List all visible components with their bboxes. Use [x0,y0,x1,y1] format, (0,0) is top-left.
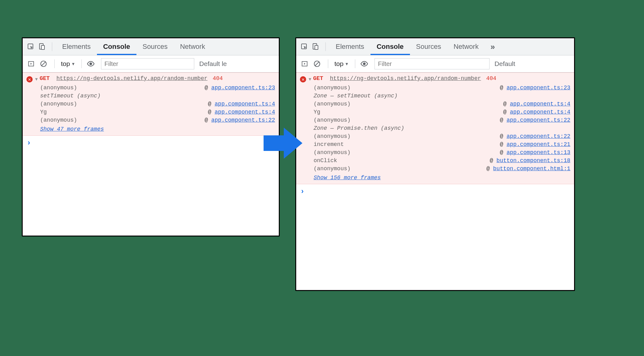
disclosure-icon[interactable]: ▼ [35,77,38,82]
source-link[interactable]: app.component.ts:21 [507,141,570,148]
frame-location: @ app.component.ts:4 [208,109,275,115]
show-more-frames[interactable]: Show 156 more frames [314,175,381,181]
more-tabs-icon[interactable]: » [485,42,497,52]
chevron-down-icon: ▼ [71,62,75,66]
eye-icon[interactable] [359,59,370,69]
frame-function: (anonymous) [314,101,351,107]
clear-console-icon[interactable] [38,59,49,69]
filter-bar: top ▼ Default [296,55,574,73]
clear-console-icon[interactable] [312,59,322,69]
log-levels[interactable]: Default [493,60,515,68]
console-output: ✕ ▼ GET https://ng-devtools.netlify.app/… [23,73,279,236]
stack-frame: (anonymous)@ app.component.ts:23 [314,84,570,92]
error-message: ✕ ▼ GET https://ng-devtools.netlify.app/… [296,73,574,184]
source-link[interactable]: app.component.ts:4 [510,109,570,115]
filter-input[interactable] [101,58,194,69]
frame-location: @ app.component.ts:4 [503,101,570,107]
tab-elements[interactable]: Elements [56,38,97,55]
error-icon: ✕ [300,76,306,82]
svg-point-13 [363,63,366,65]
frame-function: increment [314,141,344,148]
frame-function: (anonymous) [40,101,77,107]
source-link[interactable]: button.component.ts:18 [496,157,570,164]
request-url[interactable]: https://ng-devtools.netlify.app/random-n… [330,75,481,82]
tab-bar: Elements Console Sources Network » [296,38,574,55]
frame-function: (anonymous) [314,166,351,172]
tab-sources[interactable]: Sources [136,38,174,55]
error-message: ✕ ▼ GET https://ng-devtools.netlify.app/… [23,73,279,136]
separator [325,42,326,51]
frame-location: @ app.component.ts:4 [503,109,570,115]
frame-location: @ app.component.ts:22 [500,117,570,123]
source-link[interactable]: app.component.ts:22 [507,117,570,123]
source-link[interactable]: app.component.ts:23 [211,85,275,91]
sidebar-toggle-icon[interactable] [299,59,310,69]
tab-network[interactable]: Network [174,38,211,55]
stack-frame: (anonymous)@ app.component.ts:22 [314,116,570,124]
tab-console[interactable]: Console [370,38,410,55]
stack-frame: (anonymous)@ app.component.ts:23 [40,84,275,92]
separator [52,42,52,51]
request-url[interactable]: https://ng-devtools.netlify.app/random-n… [56,75,207,82]
frame-function: Yg [40,109,47,115]
http-method: GET [39,75,49,82]
async-boundary: Zone — setTimeout (async) [314,92,570,100]
frame-location: @ app.component.ts:4 [208,101,275,107]
disclosure-icon[interactable]: ▼ [309,77,311,82]
eye-icon[interactable] [85,59,96,69]
source-link[interactable]: app.component.ts:13 [507,149,570,156]
stack-frame: (anonymous)@ app.component.ts:4 [40,100,275,108]
source-link[interactable]: app.component.ts:23 [507,85,570,91]
stack-frame: onClick@ button.component.ts:18 [314,157,570,165]
http-method: GET [313,75,323,82]
separator [81,59,82,68]
show-more-frames[interactable]: Show 47 more frames [40,126,104,132]
frame-location: @ app.component.ts:22 [205,117,275,123]
separator [54,59,55,68]
tab-network[interactable]: Network [447,38,485,55]
log-levels[interactable]: Default le [197,60,227,68]
stack-frame: Yg@ app.component.ts:4 [40,108,275,116]
source-link[interactable]: app.component.ts:4 [215,101,275,107]
frame-function: (anonymous) [314,149,351,156]
svg-rect-9 [315,45,318,49]
source-link[interactable]: app.component.ts:22 [507,133,570,139]
source-link[interactable]: app.component.ts:4 [215,109,275,115]
device-toggle-icon[interactable] [310,42,320,52]
stack-trace: (anonymous)@ app.component.ts:23Zone — s… [314,84,570,173]
stack-frame: (anonymous)@ button.component.html:1 [314,165,570,173]
device-toggle-icon[interactable] [37,42,47,52]
filter-input[interactable] [375,58,490,69]
source-link[interactable]: button.component.html:1 [493,166,570,172]
inspect-icon[interactable] [299,42,309,52]
frame-location: @ app.component.ts:13 [500,149,570,156]
separator [355,59,355,68]
context-selector[interactable]: top ▼ [334,60,349,68]
inspect-icon[interactable] [26,42,36,52]
stack-frame: (anonymous)@ app.component.ts:13 [314,148,570,157]
console-prompt[interactable] [23,136,279,149]
console-prompt[interactable] [296,184,574,198]
tab-sources[interactable]: Sources [410,38,448,55]
frame-location: @ app.component.ts:23 [500,85,570,91]
error-icon: ✕ [26,76,33,82]
stack-frame: Yg@ app.component.ts:4 [314,108,570,116]
frame-function: onClick [314,157,337,164]
tab-elements[interactable]: Elements [329,38,370,55]
filter-bar: top ▼ Default le [23,55,279,73]
devtools-panel-before: Elements Console Sources Network top ▼ D… [22,37,280,237]
source-link[interactable]: app.component.ts:22 [211,117,275,123]
svg-line-5 [42,62,45,66]
stack-frame: (anonymous)@ app.component.ts:22 [40,116,275,124]
sidebar-toggle-icon[interactable] [26,59,36,69]
frame-location: @ app.component.ts:22 [500,133,570,139]
frame-function: (anonymous) [314,117,351,123]
context-selector[interactable]: top ▼ [61,60,75,68]
source-link[interactable]: app.component.ts:4 [510,101,570,107]
tab-bar: Elements Console Sources Network [23,38,279,55]
http-status: 404 [213,75,223,82]
svg-rect-2 [41,45,44,49]
tab-console[interactable]: Console [97,38,136,55]
async-boundary: Zone — Promise.then (async) [314,124,570,132]
frame-location: @ button.component.ts:18 [490,157,570,164]
